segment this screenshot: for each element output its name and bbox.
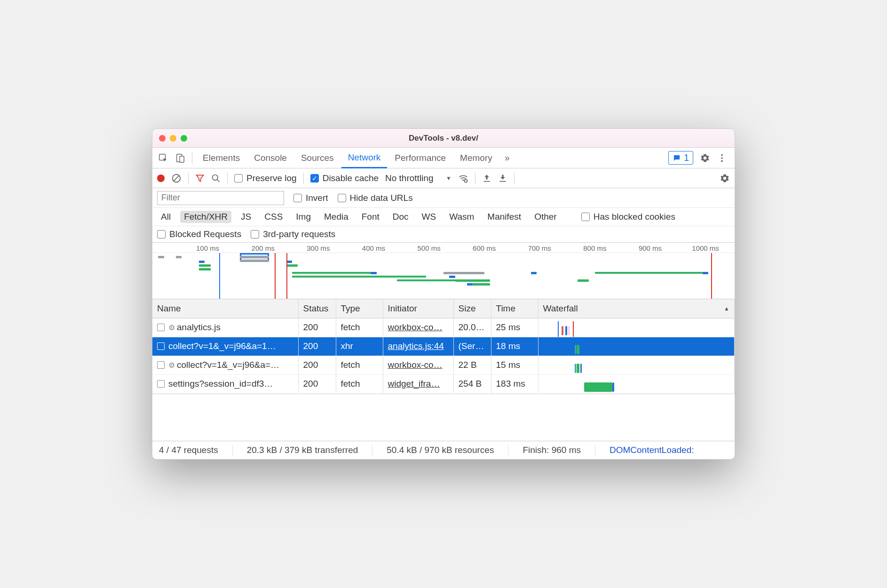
requests-table: Name Status Type Initiator Size Time Wat… xyxy=(152,299,735,394)
gear-icon: ⚙ xyxy=(168,361,175,369)
row-checkbox[interactable] xyxy=(157,361,165,369)
table-row[interactable]: ⚙analytics.js 200 fetch workbox-co… 20.0… xyxy=(152,318,735,337)
status-resources: 50.4 kB / 970 kB resources xyxy=(387,445,494,455)
type-fetch-xhr[interactable]: Fetch/XHR xyxy=(180,211,231,223)
svg-rect-2 xyxy=(180,156,184,162)
status-transferred: 20.3 kB / 379 kB transferred xyxy=(247,445,358,455)
tab-sources[interactable]: Sources xyxy=(294,148,341,168)
issues-icon xyxy=(673,154,681,162)
type-css[interactable]: CSS xyxy=(261,211,286,223)
upload-har-icon[interactable] xyxy=(482,174,491,183)
resource-types-row: All Fetch/XHR JS CSS Img Media Font Doc … xyxy=(152,208,735,226)
status-requests: 4 / 47 requests xyxy=(159,445,218,455)
row-checkbox[interactable] xyxy=(157,342,165,350)
inspect-element-icon[interactable] xyxy=(155,153,171,163)
record-button[interactable] xyxy=(157,175,165,182)
more-tabs-button[interactable]: » xyxy=(500,152,515,163)
tab-network[interactable]: Network xyxy=(341,148,388,168)
type-js[interactable]: JS xyxy=(237,211,255,223)
status-domcontentloaded: DOMContentLoaded: xyxy=(610,445,694,455)
filter-bar: Invert Hide data URLs xyxy=(152,188,735,208)
col-type[interactable]: Type xyxy=(336,299,383,318)
svg-line-7 xyxy=(174,175,180,181)
third-party-checkbox[interactable]: 3rd-party requests xyxy=(251,229,335,239)
blocked-row: Blocked Requests 3rd-party requests xyxy=(152,226,735,243)
hide-data-urls-checkbox[interactable]: Hide data URLs xyxy=(338,193,413,203)
type-font[interactable]: Font xyxy=(358,211,383,223)
network-settings-icon[interactable] xyxy=(720,173,730,183)
tab-performance[interactable]: Performance xyxy=(388,148,452,168)
device-toolbar-icon[interactable] xyxy=(172,153,188,163)
svg-point-3 xyxy=(721,154,723,156)
filter-input[interactable] xyxy=(157,191,284,205)
col-status[interactable]: Status xyxy=(298,299,336,318)
table-empty-area xyxy=(152,394,735,441)
issues-badge[interactable]: 1 xyxy=(668,151,693,165)
col-waterfall[interactable]: Waterfall▲ xyxy=(538,299,735,318)
type-img[interactable]: Img xyxy=(292,211,315,223)
status-bar: 4 / 47 requests 20.3 kB / 379 kB transfe… xyxy=(152,441,735,459)
invert-checkbox[interactable]: Invert xyxy=(293,193,328,203)
download-har-icon[interactable] xyxy=(498,174,507,183)
type-wasm[interactable]: Wasm xyxy=(445,211,478,223)
titlebar: DevTools - v8.dev/ xyxy=(152,129,735,148)
minimize-window-button[interactable] xyxy=(170,135,176,142)
main-tabbar: Elements Console Sources Network Perform… xyxy=(152,148,735,168)
initiator-link[interactable]: widget_ifra… xyxy=(388,379,440,389)
table-row[interactable]: settings?session_id=df3… 200 fetch widge… xyxy=(152,374,735,393)
tab-console[interactable]: Console xyxy=(247,148,293,168)
network-conditions-icon[interactable] xyxy=(458,173,468,183)
type-all[interactable]: All xyxy=(157,211,174,223)
svg-point-8 xyxy=(213,175,218,180)
svg-point-4 xyxy=(721,157,723,159)
initiator-link[interactable]: workbox-co… xyxy=(388,322,443,332)
tabbar-separator xyxy=(192,152,192,164)
zoom-window-button[interactable] xyxy=(181,135,187,142)
col-time[interactable]: Time xyxy=(491,299,538,318)
tab-elements[interactable]: Elements xyxy=(196,148,246,168)
row-checkbox[interactable] xyxy=(157,324,165,331)
settings-icon[interactable] xyxy=(700,153,710,163)
search-icon[interactable] xyxy=(211,174,221,183)
svg-line-9 xyxy=(217,179,220,182)
throttling-select[interactable]: No throttling ▼ xyxy=(385,173,451,183)
type-ws[interactable]: WS xyxy=(418,211,440,223)
col-size[interactable]: Size xyxy=(453,299,491,318)
disable-cache-checkbox[interactable]: Disable cache xyxy=(310,173,379,183)
row-checkbox[interactable] xyxy=(157,380,165,388)
type-manifest[interactable]: Manifest xyxy=(483,211,525,223)
type-media[interactable]: Media xyxy=(320,211,352,223)
filter-icon[interactable] xyxy=(195,174,205,183)
issues-count: 1 xyxy=(684,152,689,163)
type-other[interactable]: Other xyxy=(531,211,561,223)
type-doc[interactable]: Doc xyxy=(389,211,412,223)
svg-point-5 xyxy=(721,160,723,162)
close-window-button[interactable] xyxy=(159,135,166,142)
tab-memory[interactable]: Memory xyxy=(453,148,499,168)
clear-icon[interactable] xyxy=(171,173,182,183)
blocked-requests-checkbox[interactable]: Blocked Requests xyxy=(157,229,241,239)
timeline-overview[interactable]: 100 ms 200 ms 300 ms 400 ms 500 ms 600 m… xyxy=(152,243,735,299)
table-row[interactable]: collect?v=1&_v=j96&a=1… 200 xhr analytic… xyxy=(152,337,735,356)
more-options-icon[interactable] xyxy=(717,153,727,163)
table-row[interactable]: ⚙collect?v=1&_v=j96&a=… 200 fetch workbo… xyxy=(152,356,735,374)
col-name[interactable]: Name xyxy=(152,299,298,318)
initiator-link[interactable]: workbox-co… xyxy=(388,360,443,370)
traffic-lights xyxy=(159,135,187,142)
initiator-link[interactable]: analytics.js:44 xyxy=(388,341,444,351)
network-toolbar: Preserve log Disable cache No throttling… xyxy=(152,168,735,188)
devtools-window: DevTools - v8.dev/ Elements Console Sour… xyxy=(152,128,735,460)
preserve-log-checkbox[interactable]: Preserve log xyxy=(234,173,297,183)
window-title: DevTools - v8.dev/ xyxy=(152,134,735,143)
status-finish: Finish: 960 ms xyxy=(523,445,581,455)
gear-icon: ⚙ xyxy=(168,324,175,332)
col-initiator[interactable]: Initiator xyxy=(383,299,453,318)
table-header-row: Name Status Type Initiator Size Time Wat… xyxy=(152,299,735,318)
has-blocked-cookies-checkbox[interactable]: Has blocked cookies xyxy=(581,212,675,222)
